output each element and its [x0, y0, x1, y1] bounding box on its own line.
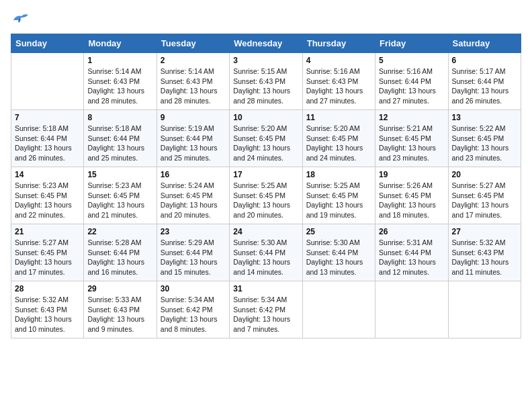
calendar-cell — [11, 53, 84, 110]
calendar-cell — [302, 281, 375, 338]
day-number: 2 — [161, 56, 226, 65]
day-info: Sunrise: 5:17 AMSunset: 6:44 PMDaylight:… — [452, 66, 517, 106]
day-info: Sunrise: 5:14 AMSunset: 6:43 PMDaylight:… — [87, 66, 152, 106]
calendar-cell: 5Sunrise: 5:16 AMSunset: 6:44 PMDaylight… — [375, 53, 448, 110]
day-number: 23 — [161, 227, 226, 236]
day-number: 29 — [87, 284, 152, 293]
day-number: 5 — [379, 56, 444, 65]
day-info: Sunrise: 5:34 AMSunset: 6:42 PMDaylight:… — [161, 295, 226, 334]
day-number: 14 — [15, 170, 80, 179]
page-header — [11, 11, 521, 26]
calendar-cell: 16Sunrise: 5:24 AMSunset: 6:45 PMDayligh… — [157, 167, 229, 224]
day-number: 30 — [161, 284, 226, 293]
day-info: Sunrise: 5:27 AMSunset: 6:45 PMDaylight:… — [15, 238, 80, 277]
day-info: Sunrise: 5:32 AMSunset: 6:43 PMDaylight:… — [452, 238, 517, 277]
day-number: 19 — [379, 170, 444, 179]
day-number: 26 — [379, 227, 444, 236]
calendar-table: SundayMondayTuesdayWednesdayThursdayFrid… — [11, 34, 521, 338]
header-thursday: Thursday — [302, 34, 375, 53]
day-number: 31 — [233, 284, 298, 293]
logo-icon — [11, 11, 30, 26]
day-number: 18 — [306, 170, 371, 179]
calendar-cell: 6Sunrise: 5:17 AMSunset: 6:44 PMDaylight… — [448, 53, 521, 110]
day-number: 11 — [306, 113, 371, 122]
day-info: Sunrise: 5:19 AMSunset: 6:44 PMDaylight:… — [161, 124, 226, 163]
calendar-cell: 2Sunrise: 5:14 AMSunset: 6:43 PMDaylight… — [157, 53, 229, 110]
calendar-cell: 24Sunrise: 5:30 AMSunset: 6:44 PMDayligh… — [230, 224, 302, 281]
day-info: Sunrise: 5:18 AMSunset: 6:44 PMDaylight:… — [87, 124, 152, 163]
calendar-cell: 4Sunrise: 5:16 AMSunset: 6:43 PMDaylight… — [302, 53, 375, 110]
day-info: Sunrise: 5:28 AMSunset: 6:44 PMDaylight:… — [87, 238, 152, 277]
day-number: 9 — [161, 113, 226, 122]
day-number: 25 — [306, 227, 371, 236]
day-info: Sunrise: 5:15 AMSunset: 6:43 PMDaylight:… — [233, 66, 298, 106]
calendar-cell: 17Sunrise: 5:25 AMSunset: 6:45 PMDayligh… — [230, 167, 302, 224]
day-info: Sunrise: 5:25 AMSunset: 6:45 PMDaylight:… — [306, 181, 371, 220]
day-info: Sunrise: 5:24 AMSunset: 6:45 PMDaylight:… — [161, 181, 226, 220]
day-info: Sunrise: 5:23 AMSunset: 6:45 PMDaylight:… — [15, 181, 80, 220]
day-number: 22 — [87, 227, 152, 236]
calendar-cell: 30Sunrise: 5:34 AMSunset: 6:42 PMDayligh… — [157, 281, 229, 338]
calendar-cell: 14Sunrise: 5:23 AMSunset: 6:45 PMDayligh… — [11, 167, 84, 224]
day-info: Sunrise: 5:22 AMSunset: 6:45 PMDaylight:… — [452, 124, 517, 163]
day-info: Sunrise: 5:27 AMSunset: 6:45 PMDaylight:… — [452, 181, 517, 220]
calendar-cell: 31Sunrise: 5:34 AMSunset: 6:42 PMDayligh… — [230, 281, 302, 338]
header-sunday: Sunday — [11, 34, 84, 53]
calendar-cell: 25Sunrise: 5:30 AMSunset: 6:44 PMDayligh… — [302, 224, 375, 281]
calendar-cell: 15Sunrise: 5:23 AMSunset: 6:45 PMDayligh… — [84, 167, 157, 224]
calendar-cell: 13Sunrise: 5:22 AMSunset: 6:45 PMDayligh… — [448, 110, 521, 167]
calendar-cell: 11Sunrise: 5:20 AMSunset: 6:45 PMDayligh… — [302, 110, 375, 167]
day-number: 4 — [306, 56, 371, 65]
day-info: Sunrise: 5:30 AMSunset: 6:44 PMDaylight:… — [306, 238, 371, 277]
calendar-header-row: SundayMondayTuesdayWednesdayThursdayFrid… — [11, 34, 521, 53]
calendar-cell: 12Sunrise: 5:21 AMSunset: 6:45 PMDayligh… — [375, 110, 448, 167]
day-info: Sunrise: 5:32 AMSunset: 6:43 PMDaylight:… — [15, 295, 80, 334]
day-number: 7 — [15, 113, 80, 122]
day-info: Sunrise: 5:18 AMSunset: 6:44 PMDaylight:… — [15, 124, 80, 163]
day-number: 15 — [87, 170, 152, 179]
day-info: Sunrise: 5:29 AMSunset: 6:44 PMDaylight:… — [161, 238, 226, 277]
calendar-cell: 28Sunrise: 5:32 AMSunset: 6:43 PMDayligh… — [11, 281, 84, 338]
day-info: Sunrise: 5:16 AMSunset: 6:43 PMDaylight:… — [306, 66, 371, 106]
calendar-cell — [448, 281, 521, 338]
header-friday: Friday — [375, 34, 448, 53]
day-info: Sunrise: 5:34 AMSunset: 6:42 PMDaylight:… — [233, 295, 298, 334]
week-row-4: 21Sunrise: 5:27 AMSunset: 6:45 PMDayligh… — [11, 224, 521, 281]
day-info: Sunrise: 5:16 AMSunset: 6:44 PMDaylight:… — [379, 66, 444, 106]
calendar-cell: 26Sunrise: 5:31 AMSunset: 6:44 PMDayligh… — [375, 224, 448, 281]
day-number: 28 — [15, 284, 80, 293]
calendar-cell: 1Sunrise: 5:14 AMSunset: 6:43 PMDaylight… — [84, 53, 157, 110]
day-number: 6 — [452, 56, 517, 65]
calendar-cell: 23Sunrise: 5:29 AMSunset: 6:44 PMDayligh… — [157, 224, 229, 281]
calendar-cell: 9Sunrise: 5:19 AMSunset: 6:44 PMDaylight… — [157, 110, 229, 167]
day-info: Sunrise: 5:30 AMSunset: 6:44 PMDaylight:… — [233, 238, 298, 277]
calendar-cell: 8Sunrise: 5:18 AMSunset: 6:44 PMDaylight… — [84, 110, 157, 167]
calendar-cell: 18Sunrise: 5:25 AMSunset: 6:45 PMDayligh… — [302, 167, 375, 224]
day-info: Sunrise: 5:26 AMSunset: 6:45 PMDaylight:… — [379, 181, 444, 220]
day-number: 10 — [233, 113, 298, 122]
day-info: Sunrise: 5:20 AMSunset: 6:45 PMDaylight:… — [233, 124, 298, 163]
day-number: 20 — [452, 170, 517, 179]
day-info: Sunrise: 5:33 AMSunset: 6:43 PMDaylight:… — [87, 295, 152, 334]
calendar-cell: 10Sunrise: 5:20 AMSunset: 6:45 PMDayligh… — [230, 110, 302, 167]
header-monday: Monday — [84, 34, 157, 53]
day-number: 16 — [161, 170, 226, 179]
day-info: Sunrise: 5:25 AMSunset: 6:45 PMDaylight:… — [233, 181, 298, 220]
header-saturday: Saturday — [448, 34, 521, 53]
day-number: 21 — [15, 227, 80, 236]
day-number: 3 — [233, 56, 298, 65]
day-number: 27 — [452, 227, 517, 236]
day-number: 13 — [452, 113, 517, 122]
calendar-cell: 27Sunrise: 5:32 AMSunset: 6:43 PMDayligh… — [448, 224, 521, 281]
day-number: 12 — [379, 113, 444, 122]
calendar-cell: 19Sunrise: 5:26 AMSunset: 6:45 PMDayligh… — [375, 167, 448, 224]
day-info: Sunrise: 5:31 AMSunset: 6:44 PMDaylight:… — [379, 238, 444, 277]
week-row-2: 7Sunrise: 5:18 AMSunset: 6:44 PMDaylight… — [11, 110, 521, 167]
day-info: Sunrise: 5:20 AMSunset: 6:45 PMDaylight:… — [306, 124, 371, 163]
calendar-cell: 29Sunrise: 5:33 AMSunset: 6:43 PMDayligh… — [84, 281, 157, 338]
day-info: Sunrise: 5:21 AMSunset: 6:45 PMDaylight:… — [379, 124, 444, 163]
logo — [11, 11, 32, 26]
day-number: 8 — [87, 113, 152, 122]
week-row-3: 14Sunrise: 5:23 AMSunset: 6:45 PMDayligh… — [11, 167, 521, 224]
week-row-1: 1Sunrise: 5:14 AMSunset: 6:43 PMDaylight… — [11, 53, 521, 110]
